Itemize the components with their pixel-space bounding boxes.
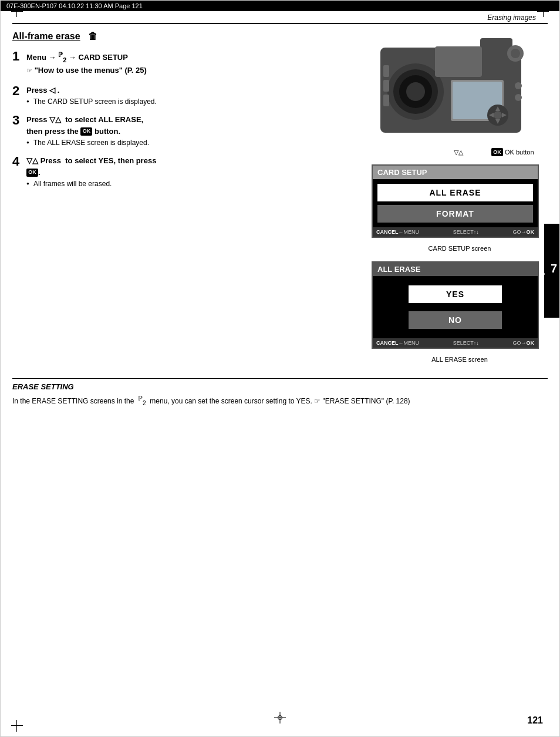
right-column: ▽△ OK OK button CARD SETUP ALL ERASE FOR… (372, 30, 548, 366)
reg-mark-v (16, 5, 17, 17)
step-4-bullets: All frames will be erased. (26, 180, 366, 188)
tab-number: 7 (551, 262, 557, 275)
footer2-cancel: CANCEL←MENU (376, 340, 419, 346)
erase-setting-body: In the ERASE SETTING screens in the ℙ2 m… (12, 393, 548, 408)
ok-icon-step4: OK (26, 169, 38, 177)
camera-illustration: ▽△ OK OK button (372, 30, 539, 156)
step-4: 4 ▽△ Press to select YES, then pressOK. … (12, 155, 366, 188)
card-setup-body: ALL ERASE FORMAT (373, 179, 538, 227)
header-strip: 07E-300EN-P107 04.10.22 11:30 AM Page 12… (1, 1, 559, 11)
camera-labels: ▽△ OK OK button (454, 148, 534, 156)
step-3: 3 Press ▽△ to select ALL ERASE,then pres… (12, 114, 366, 147)
reg-mark-v3 (543, 5, 544, 17)
step-4-bullet-1: All frames will be erased. (26, 180, 366, 188)
main-content: All-frame erase 🗑 1 Menu → ℙ2 → CARD SET… (1, 24, 559, 372)
erase-setting-title: ERASE SETTING (12, 382, 548, 391)
erase-setting-note: ERASE SETTING In the ERASE SETTING scree… (12, 378, 548, 408)
step-3-content: Press ▽△ to select ALL ERASE,then press … (26, 114, 366, 147)
trash-bookmark-icon: 🗑 (86, 30, 99, 43)
side-tab: 7 Playback (544, 224, 559, 318)
format-btn: FORMAT (377, 205, 533, 223)
footer-cancel: CANCEL←MENU (376, 229, 419, 235)
bottom-crosshair (274, 712, 286, 723)
svg-point-18 (494, 111, 502, 119)
svg-rect-6 (435, 46, 482, 77)
step-2: 2 Press ◁ . The CARD SETUP screen is dis… (12, 85, 366, 106)
step-2-number: 2 (12, 83, 26, 99)
card-setup-footer: CANCEL←MENU SELECT↑↓ GO→OK (373, 227, 538, 237)
page: 07E-300EN-P107 04.10.22 11:30 AM Page 12… (0, 0, 560, 737)
yes-btn: YES (409, 285, 502, 303)
card-setup-caption: CARD SETUP screen (372, 245, 548, 252)
svg-point-11 (515, 82, 522, 89)
footer-select: SELECT↑↓ (453, 229, 479, 235)
page-number: 121 (527, 715, 543, 726)
no-btn: NO (409, 311, 502, 329)
ok-icon-camera: OK (491, 148, 503, 156)
svg-rect-20 (383, 80, 389, 92)
ok-icon-step3: OK (80, 127, 92, 136)
svg-point-10 (511, 49, 520, 58)
all-erase-caption: ALL ERASE screen (372, 356, 548, 363)
step-1-number: 1 (12, 49, 26, 64)
reg-mark-h2 (11, 725, 23, 726)
svg-rect-1 (480, 38, 512, 51)
step-3-bullet-1: The ALL ERASE screen is displayed. (26, 139, 366, 147)
step-4-content: ▽△ Press to select YES, then pressOK. Al… (26, 155, 366, 188)
left-column: All-frame erase 🗑 1 Menu → ℙ2 → CARD SET… (12, 30, 366, 366)
footer-go: GO→OK (512, 229, 534, 235)
all-erase-body: YES NO (373, 276, 538, 338)
reg-mark-h (11, 11, 23, 12)
all-erase-header: ALL ERASE (373, 263, 538, 276)
footer2-select: SELECT↑↓ (453, 340, 479, 346)
tab-text: Playback (538, 257, 545, 285)
step-2-bullet-1: The CARD SETUP screen is displayed. (26, 97, 366, 106)
step-1-content: Menu → ℙ2 → CARD SETUP ☞ "How to use the… (26, 50, 366, 76)
page-title: All-frame erase 🗑 (12, 30, 366, 43)
step-4-number: 4 (12, 154, 26, 169)
dpad-label: ▽△ (454, 149, 463, 156)
ok-button-label: OK OK button (491, 148, 534, 156)
step-3-number: 3 (12, 113, 26, 128)
camera-svg (372, 30, 539, 147)
all-erase-screen: ALL ERASE YES NO CANCEL←MENU SELECT↑↓ GO… (372, 261, 539, 349)
all-erase-btn: ALL ERASE (377, 184, 533, 201)
card-setup-screen: CARD SETUP ALL ERASE FORMAT CANCEL←MENU … (372, 164, 539, 238)
svg-point-5 (406, 82, 425, 101)
step-3-title: Press ▽△ to select ALL ERASE,then press … (26, 114, 366, 137)
header-text: 07E-300EN-P107 04.10.22 11:30 AM Page 12… (6, 2, 143, 9)
svg-rect-21 (383, 95, 389, 106)
footer2-go: GO→OK (512, 340, 534, 346)
svg-rect-19 (383, 65, 389, 77)
svg-point-12 (515, 94, 522, 101)
step-1-title: Menu → ℙ2 → CARD SETUP ☞ "How to use the… (26, 50, 366, 76)
step-4-title: ▽△ Press to select YES, then pressOK. (26, 155, 366, 178)
section-title: Erasing images (12, 11, 548, 24)
step-1: 1 Menu → ℙ2 → CARD SETUP ☞ "How to use t… (12, 50, 366, 76)
all-erase-footer: CANCEL←MENU SELECT↑↓ GO→OK (373, 338, 538, 348)
step-2-title: Press ◁ . (26, 85, 366, 96)
step-2-content: Press ◁ . The CARD SETUP screen is displ… (26, 85, 366, 106)
card-setup-header: CARD SETUP (373, 166, 538, 179)
step-3-bullets: The ALL ERASE screen is displayed. (26, 139, 366, 147)
step-2-bullets: The CARD SETUP screen is displayed. (26, 97, 366, 106)
reg-mark-v2 (16, 720, 17, 732)
